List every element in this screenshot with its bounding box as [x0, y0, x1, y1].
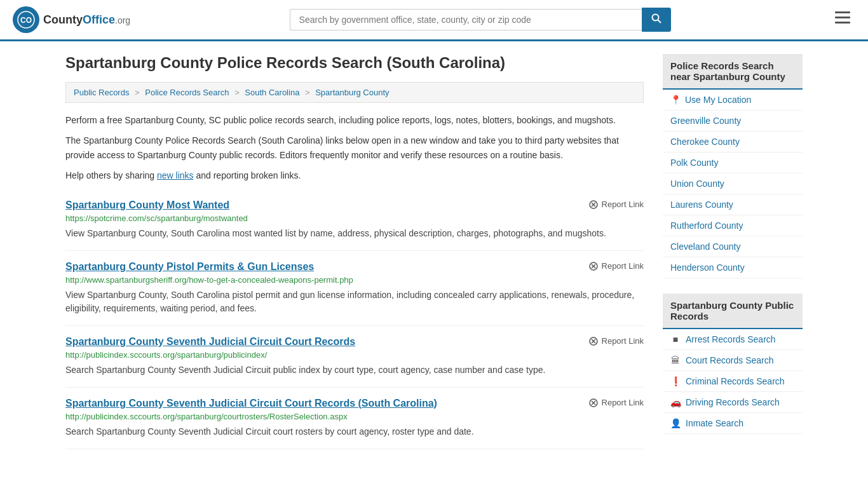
use-location-row[interactable]: 📍 Use My Location	[663, 90, 803, 111]
logo-area: CO CountyOffice.org	[13, 6, 130, 33]
result-title[interactable]: Spartanburg County Seventh Judicial Circ…	[65, 336, 355, 348]
records-link[interactable]: Inmate Search	[686, 418, 743, 428]
search-area	[290, 8, 671, 32]
results-container: Spartanburg County Most Wanted Report Li…	[65, 189, 644, 449]
result-description: Search Spartanburg County Seventh Judici…	[65, 425, 644, 438]
records-link[interactable]: Court Records Search	[686, 355, 774, 365]
result-description: View Spartanburg County, South Carolina …	[65, 227, 644, 240]
nearby-list-item: Greenville County	[663, 111, 803, 132]
report-link[interactable]: Report Link	[588, 398, 644, 408]
svg-point-2	[652, 15, 658, 21]
public-records-section: Spartanburg County Public Records ■Arres…	[663, 294, 803, 434]
result-header: Spartanburg County Seventh Judicial Circ…	[65, 336, 644, 348]
nearby-list: Greenville CountyCherokee CountyPolk Cou…	[663, 111, 803, 278]
location-icon: 📍	[670, 95, 681, 105]
result-description: Search Spartanburg County Seventh Judici…	[65, 363, 644, 377]
records-list-item: 👤Inmate Search	[663, 413, 803, 434]
page-title: Spartanburg County Police Records Search…	[65, 54, 644, 72]
nearby-link[interactable]: Laurens County	[670, 200, 733, 210]
sidebar: Police Records Search near Spartanburg C…	[663, 54, 803, 449]
report-link[interactable]: Report Link	[588, 261, 644, 271]
breadcrumb-sep2: >	[234, 88, 241, 97]
new-links-link[interactable]: new links	[157, 170, 194, 180]
logo-icon: CO	[13, 6, 39, 33]
result-url: https://spotcrime.com/sc/spartanburg/mos…	[65, 214, 644, 223]
search-button[interactable]	[642, 8, 671, 32]
report-link-label: Report Link	[602, 200, 644, 209]
nearby-list-item: Laurens County	[663, 194, 803, 215]
nearby-list-item: Rutherford County	[663, 215, 803, 236]
nearby-link[interactable]: Union County	[670, 179, 724, 189]
result-title[interactable]: Spartanburg County Pistol Permits & Gun …	[65, 261, 314, 273]
nearby-header: Police Records Search near Spartanburg C…	[663, 54, 803, 90]
logo-text: CountyOffice.org	[43, 13, 130, 27]
result-header: Spartanburg County Pistol Permits & Gun …	[65, 261, 644, 273]
nearby-list-item: Cleveland County	[663, 236, 803, 257]
svg-rect-5	[835, 17, 850, 18]
records-icon: ❗	[670, 376, 681, 386]
report-link[interactable]: Report Link	[588, 336, 644, 346]
description-2: The Spartanburg County Police Records Se…	[65, 133, 644, 162]
public-records-list: ■Arrest Records Search🏛Court Records Sea…	[663, 329, 803, 434]
result-item: Spartanburg County Seventh Judicial Circ…	[65, 326, 644, 388]
main-container: Spartanburg County Police Records Search…	[53, 41, 815, 462]
report-link-label: Report Link	[602, 398, 644, 407]
breadcrumb: Public Records > Police Records Search >…	[65, 82, 644, 103]
records-list-item: 🚗Driving Records Search	[663, 392, 803, 413]
records-icon: 🏛	[670, 355, 681, 365]
result-title[interactable]: Spartanburg County Seventh Judicial Circ…	[65, 398, 437, 409]
report-link[interactable]: Report Link	[588, 200, 644, 210]
nearby-link[interactable]: Rutherford County	[670, 220, 743, 231]
records-list-item: ❗Criminal Records Search	[663, 371, 803, 392]
result-header: Spartanburg County Most Wanted Report Li…	[65, 200, 644, 211]
breadcrumb-public-records[interactable]: Public Records	[74, 88, 129, 97]
nearby-link[interactable]: Cleveland County	[670, 241, 741, 252]
nearby-list-item: Henderson County	[663, 257, 803, 278]
report-link-label: Report Link	[602, 261, 644, 271]
public-records-header: Spartanburg County Public Records	[663, 294, 803, 329]
result-url: http://publicindex.sccourts.org/spartanb…	[65, 350, 644, 360]
svg-line-3	[658, 20, 661, 24]
nearby-list-item: Cherokee County	[663, 132, 803, 152]
records-link[interactable]: Arrest Records Search	[686, 334, 776, 344]
records-list-item: ■Arrest Records Search	[663, 329, 803, 350]
result-item: Spartanburg County Seventh Judicial Circ…	[65, 388, 644, 449]
records-icon: 👤	[670, 418, 681, 428]
breadcrumb-police-records[interactable]: Police Records Search	[145, 88, 229, 97]
breadcrumb-south-carolina[interactable]: South Carolina	[245, 88, 299, 97]
result-description: View Spartanburg County, South Carolina …	[65, 288, 644, 315]
records-link[interactable]: Driving Records Search	[686, 397, 780, 407]
nearby-list-item: Union County	[663, 173, 803, 194]
nearby-link[interactable]: Cherokee County	[670, 137, 740, 147]
result-title[interactable]: Spartanburg County Most Wanted	[65, 200, 229, 211]
records-icon: 🚗	[670, 397, 681, 407]
svg-text:CO: CO	[20, 16, 32, 25]
menu-button[interactable]	[830, 9, 855, 30]
search-input[interactable]	[290, 9, 642, 30]
description-3: Help others by sharing new links and rep…	[65, 168, 644, 182]
breadcrumb-sep3: >	[305, 88, 312, 97]
report-link-label: Report Link	[602, 336, 644, 346]
use-location-link[interactable]: Use My Location	[685, 95, 751, 105]
svg-rect-6	[835, 22, 850, 24]
site-header: CO CountyOffice.org	[0, 0, 868, 41]
result-url: http://www.spartanburgsheriff.org/how-to…	[65, 275, 644, 285]
nearby-link[interactable]: Polk County	[670, 158, 718, 168]
result-header: Spartanburg County Seventh Judicial Circ…	[65, 398, 644, 409]
records-list-item: 🏛Court Records Search	[663, 350, 803, 371]
content-area: Spartanburg County Police Records Search…	[65, 54, 644, 449]
description-1: Perform a free Spartanburg County, SC pu…	[65, 113, 644, 127]
result-url: http://publicindex.sccourts.org/spartanb…	[65, 412, 644, 421]
records-link[interactable]: Criminal Records Search	[686, 376, 785, 386]
nearby-link[interactable]: Greenville County	[670, 116, 741, 126]
result-item: Spartanburg County Pistol Permits & Gun …	[65, 251, 644, 326]
nearby-section: Police Records Search near Spartanburg C…	[663, 54, 803, 278]
records-icon: ■	[670, 334, 681, 344]
breadcrumb-sep1: >	[135, 88, 142, 97]
breadcrumb-spartanburg[interactable]: Spartanburg County	[315, 88, 389, 97]
result-item: Spartanburg County Most Wanted Report Li…	[65, 189, 644, 251]
nearby-list-item: Polk County	[663, 152, 803, 173]
svg-rect-4	[835, 11, 850, 13]
nearby-link[interactable]: Henderson County	[670, 262, 745, 273]
